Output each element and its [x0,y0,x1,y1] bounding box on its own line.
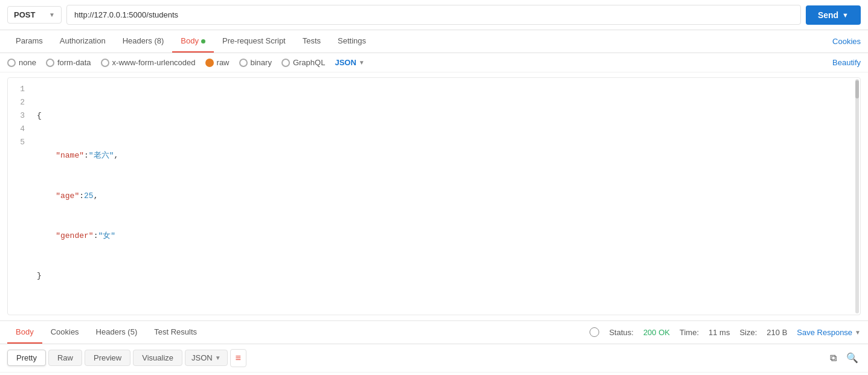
radio-urlencoded[interactable]: x-www-form-urlencoded [101,58,196,67]
tab-pre-request[interactable]: Pre-request Script [214,30,294,53]
format-pretty[interactable]: Pretty [7,350,46,366]
method-text: POST [14,10,35,19]
response-tabs-left: Body Cookies Headers (5) Test Results [7,321,205,344]
request-tabs: Params Authorization Headers (8) Body Pr… [0,30,868,53]
format-tabs: Pretty Raw Preview Visualize JSON ▼ ≡ ⧉ [0,344,868,373]
resp-tab-test-results[interactable]: Test Results [146,321,205,344]
response-status-bar: Status: 200 OK Time: 11 ms Size: 210 B S… [590,327,861,337]
tab-authorization[interactable]: Authorization [51,30,114,53]
radio-raw[interactable]: raw [205,58,230,67]
tab-headers[interactable]: Headers (8) [114,30,173,53]
send-arrow-icon: ▼ [842,11,849,19]
req-line-1: { [37,109,855,123]
resp-tab-cookies[interactable]: Cookies [42,321,88,344]
resp-json-chevron: ▼ [215,354,221,361]
url-input[interactable] [66,5,801,25]
request-code-lines: 1 2 3 4 5 { "name":"老六", "age":25, "gend… [8,78,860,315]
body-options: none form-data x-www-form-urlencoded raw… [0,53,868,72]
search-button[interactable]: 🔍 [844,350,861,366]
radio-raw-circle [205,59,214,67]
format-tabs-left: Pretty Raw Preview Visualize JSON ▼ ≡ [7,349,246,367]
line-num-1: 1 [15,83,25,96]
status-label: Status: [609,328,633,337]
beautify-button[interactable]: Beautify [832,58,861,67]
size-label: Size: [739,328,757,337]
request-bar: POST ▼ Send ▼ [0,0,868,30]
tab-params[interactable]: Params [7,30,51,53]
response-section: Body Cookies Headers (5) Test Results St… [0,320,868,375]
req-line-3: "age":25, [37,190,855,203]
radio-graphql-circle [281,59,290,67]
radio-none-circle [7,59,16,67]
status-value: 200 OK [643,328,670,337]
req-tabs-left: Params Authorization Headers (8) Body Pr… [7,30,375,53]
time-label: Time: [680,328,699,337]
resp-tab-body[interactable]: Body [7,321,42,344]
format-preview[interactable]: Preview [85,350,130,366]
body-dot [201,39,205,43]
line-num-2: 2 [15,96,25,109]
request-code-content: { "name":"老六", "age":25, "gender":"女" } [32,83,860,310]
format-tabs-right: ⧉ 🔍 [828,350,861,366]
wrap-icon: ≡ [236,353,241,363]
radio-binary-circle [239,59,248,67]
request-line-numbers: 1 2 3 4 5 [8,83,32,310]
format-visualize[interactable]: Visualize [133,350,182,366]
radio-none[interactable]: none [7,58,36,67]
cookies-link[interactable]: Cookies [832,31,861,52]
save-response-chevron: ▼ [855,329,861,336]
save-response-button[interactable]: Save Response ▼ [797,328,861,337]
request-code-editor[interactable]: 1 2 3 4 5 { "name":"老六", "age":25, "gend… [7,77,861,315]
tab-body[interactable]: Body [172,30,214,53]
resp-tab-headers[interactable]: Headers (5) [88,321,146,344]
body-options-left: none form-data x-www-form-urlencoded raw… [7,58,365,67]
tab-tests[interactable]: Tests [294,30,329,53]
method-select[interactable]: POST ▼ [7,6,62,24]
send-label: Send [818,10,838,20]
response-tabs-bar: Body Cookies Headers (5) Test Results St… [0,321,868,344]
line-num-5: 5 [15,136,25,149]
time-value: 11 ms [709,328,730,337]
line-num-4: 4 [15,123,25,136]
method-chevron-icon: ▼ [49,11,55,18]
radio-graphql[interactable]: GraphQL [281,58,325,67]
json-dropdown-chevron: ▼ [359,59,365,66]
wrap-button[interactable]: ≡ [230,349,246,367]
req-line-5: } [37,269,855,283]
copy-icon: ⧉ [830,353,837,363]
request-scroll-thumb [855,80,859,98]
radio-binary[interactable]: binary [239,58,272,67]
size-value: 210 B [767,328,787,337]
format-raw[interactable]: Raw [48,350,82,366]
radio-urlencoded-circle [101,59,109,67]
json-type-dropdown[interactable]: JSON ▼ [335,58,364,67]
send-button[interactable]: Send ▼ [806,5,861,25]
copy-button[interactable]: ⧉ [828,350,839,366]
search-icon: 🔍 [846,353,858,363]
request-scrollbar[interactable] [855,79,859,313]
radio-form-data-circle [46,59,54,67]
req-line-4: "gender":"女" [37,229,855,243]
globe-icon [590,327,599,337]
line-num-3: 3 [15,109,25,123]
tab-settings[interactable]: Settings [329,30,375,53]
response-json-dropdown[interactable]: JSON ▼ [185,350,228,366]
radio-form-data[interactable]: form-data [46,58,91,67]
req-line-2: "name":"老六", [37,149,855,162]
